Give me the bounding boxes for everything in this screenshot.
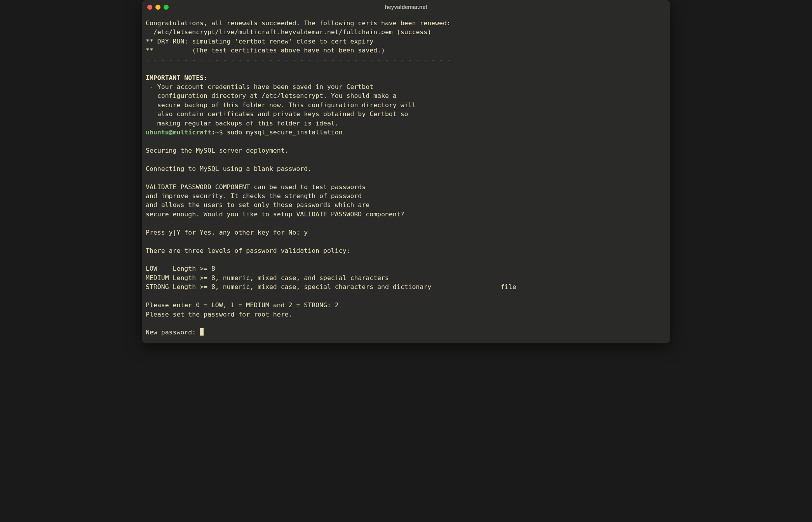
output-line: ** DRY RUN: simulating 'certbot renew' c… (146, 38, 373, 45)
output-line: Securing the MySQL server deployment. (146, 147, 289, 154)
output-line: VALIDATE PASSWORD COMPONENT can be used … (146, 183, 366, 191)
output-line: /etc/letsencrypt/live/multicraft.heyvald… (146, 28, 431, 36)
output-line: ** (The test certificates above have not… (146, 47, 385, 54)
important-notes-header: IMPORTANT NOTES: (146, 74, 207, 82)
output-line: and improve security. It checks the stre… (146, 192, 362, 200)
minimize-button[interactable] (155, 5, 160, 10)
traffic-lights (147, 5, 169, 10)
output-line: making regular backups of this folder is… (146, 120, 339, 127)
output-line: There are three levels of password valid… (146, 247, 350, 254)
prompt-separator: : (211, 129, 215, 136)
output-line: - Your account credentials have been sav… (146, 83, 373, 90)
command-input: sudo mysql_secure_installation (227, 129, 343, 136)
output-line: configuration directory at /etc/letsencr… (146, 92, 397, 99)
output-line: Connecting to MySQL using a blank passwo… (146, 165, 312, 172)
prompt-dollar: $ (219, 129, 227, 136)
output-line: and allows the users to set only those p… (146, 201, 369, 209)
output-line: MEDIUM Length >= 8, numeric, mixed case,… (146, 274, 389, 282)
prompt-user: ubuntu@multicraft (146, 129, 211, 136)
terminal-window: heyvaldemar.net Congratulations, all ren… (142, 0, 670, 343)
output-line: STRONG Length >= 8, numeric, mixed case,… (146, 283, 516, 291)
output-line: secure backup of this folder now. This c… (146, 101, 416, 109)
output-line: Congratulations, all renewals succeeded.… (146, 19, 451, 27)
maximize-button[interactable] (164, 5, 169, 10)
output-line: also contain certificates and private ke… (146, 110, 408, 118)
close-button[interactable] (147, 5, 152, 10)
output-line: Please enter 0 = LOW, 1 = MEDIUM and 2 =… (146, 301, 339, 309)
cursor (200, 328, 204, 336)
window-title: heyvaldemar.net (385, 4, 427, 10)
output-line: Press y|Y for Yes, any other key for No:… (146, 229, 308, 236)
output-line: - - - - - - - - - - - - - - - - - - - - … (146, 56, 451, 63)
titlebar: heyvaldemar.net (142, 0, 670, 14)
output-line: secure enough. Would you like to setup V… (146, 211, 404, 218)
password-prompt: New password: (146, 329, 200, 336)
prompt-path: ~ (215, 129, 219, 136)
output-line: LOW Length >= 8 (146, 265, 215, 272)
terminal-body[interactable]: Congratulations, all renewals succeeded.… (142, 14, 670, 343)
output-line: Please set the password for root here. (146, 311, 293, 318)
